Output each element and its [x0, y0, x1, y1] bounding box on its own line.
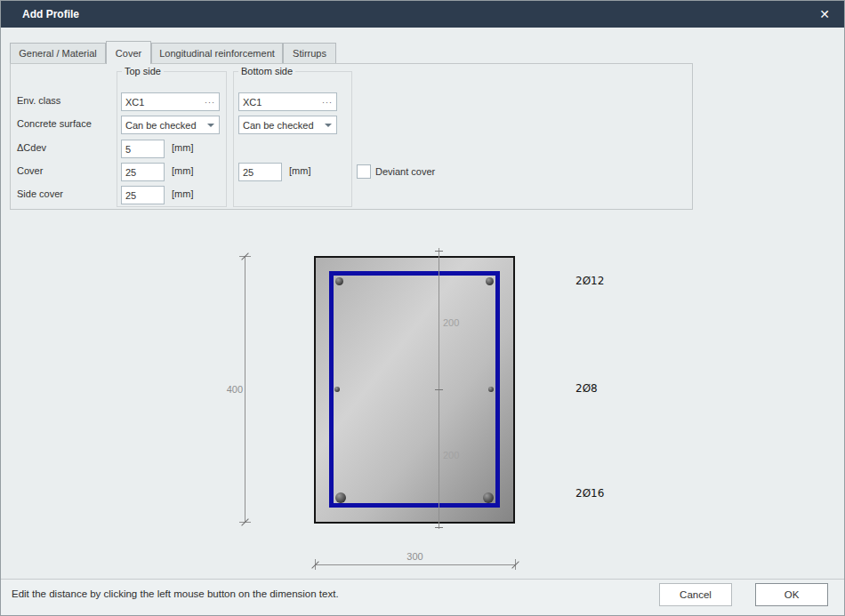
cancel-button[interactable]: Cancel	[659, 583, 732, 606]
rebar-bottom-right	[483, 492, 494, 503]
rebar-top-right	[486, 277, 494, 285]
env-class-field-bottom: ···	[238, 92, 337, 111]
concrete-surface-label: Concrete surface	[17, 118, 92, 129]
width-dimension-text[interactable]: 300	[315, 551, 515, 562]
height-dimension-line	[245, 256, 245, 523]
title-bar: Add Profile ✕	[1, 1, 844, 28]
cover-unit-top: [mm]	[172, 165, 193, 176]
close-icon: ✕	[819, 7, 830, 21]
dcdev-label: ΔCdev	[17, 142, 46, 153]
bottom-side-legend: Bottom side	[238, 66, 295, 76]
ellipsis-button[interactable]: ···	[318, 98, 336, 107]
close-button[interactable]: ✕	[819, 1, 830, 28]
rebar-top-left	[335, 277, 343, 285]
env-class-field-top: ···	[121, 92, 220, 111]
center-cross-mark	[435, 389, 443, 390]
dropdown-arrow-icon[interactable]	[203, 120, 219, 131]
cover-input-bottom[interactable]	[238, 163, 282, 181]
concrete-surface-value-top[interactable]	[122, 116, 203, 133]
bottom-bars-label: 2Ø16	[575, 487, 604, 500]
side-cover-unit: [mm]	[172, 188, 193, 199]
top-side-legend: Top side	[122, 66, 164, 76]
hint-text: Edit the distance by clicking the left m…	[12, 588, 339, 599]
concrete-surface-value-bottom[interactable]	[239, 116, 320, 133]
status-bar: Edit the distance by clicking the left m…	[1, 579, 844, 615]
add-profile-dialog: Add Profile ✕ General / Material Cover L…	[0, 0, 845, 616]
dropdown-arrow-icon[interactable]	[320, 120, 336, 131]
width-dimension-line	[315, 564, 515, 565]
tab-general-material[interactable]: General / Material	[10, 43, 106, 63]
rebar-bottom-left	[335, 492, 346, 503]
env-class-input-top[interactable]	[122, 93, 201, 110]
dimension-tick	[435, 527, 443, 528]
tab-longitudinal-reinforcement[interactable]: Longitudinal reinforcement	[151, 43, 283, 63]
concrete-surface-select-bottom[interactable]	[238, 116, 337, 134]
top-bars-label: 2Ø12	[575, 275, 604, 287]
ok-button[interactable]: OK	[755, 583, 828, 606]
rebar-middle-right	[488, 387, 494, 392]
concrete-surface-select-top[interactable]	[121, 116, 220, 134]
dcdev-input[interactable]	[121, 140, 165, 158]
rebar-middle-left	[334, 387, 340, 392]
env-class-input-bottom[interactable]	[239, 93, 318, 110]
side-cover-label: Side cover	[17, 188, 63, 199]
height-dimension-text[interactable]: 400	[216, 384, 243, 395]
top-half-dimension-text[interactable]: 200	[443, 317, 459, 328]
tab-stirrups[interactable]: Stirrups	[283, 43, 336, 63]
cover-label: Cover	[17, 165, 43, 176]
env-class-label: Env. class	[17, 95, 60, 106]
deviant-cover-checkbox[interactable]	[357, 164, 371, 179]
dimension-tick	[435, 251, 443, 252]
tab-cover[interactable]: Cover	[106, 41, 151, 64]
ellipsis-button[interactable]: ···	[201, 98, 219, 107]
side-cover-input[interactable]	[121, 186, 165, 204]
dcdev-unit: [mm]	[172, 142, 193, 153]
section-center-line	[439, 248, 439, 529]
window-title: Add Profile	[22, 1, 79, 28]
bottom-side-group: Bottom side	[233, 71, 352, 207]
cover-input-top[interactable]	[121, 163, 165, 181]
middle-bars-label: 2Ø8	[575, 382, 598, 395]
bottom-half-dimension-text[interactable]: 200	[443, 450, 459, 460]
deviant-cover-label: Deviant cover	[375, 166, 435, 177]
stirrup-outline	[329, 271, 500, 508]
cover-unit-bottom: [mm]	[289, 165, 310, 176]
